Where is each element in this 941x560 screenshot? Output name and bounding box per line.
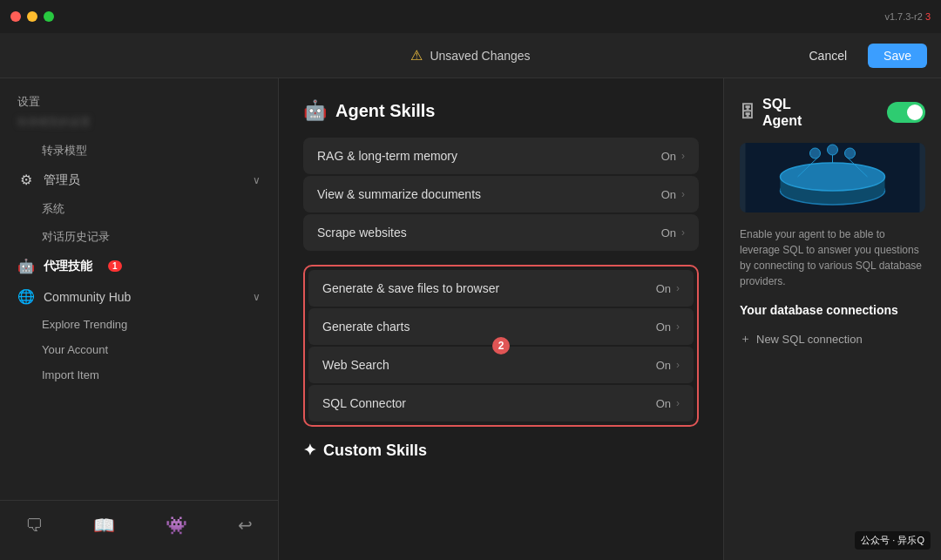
custom-skills-icon: ✦ bbox=[303, 441, 316, 460]
save-button-wrapper: Save bbox=[868, 44, 927, 68]
sql-agent-subtitle: Agent bbox=[762, 112, 802, 129]
traffic-lights bbox=[10, 11, 54, 22]
sidebar-item-agent-skills[interactable]: 🤖 代理技能 1 bbox=[0, 251, 278, 281]
nav-chat-icon[interactable]: 🗨 bbox=[17, 510, 51, 541]
skill-item-rag[interactable]: RAG & long-term memory On › bbox=[303, 138, 699, 174]
sql-agent-title: SQL bbox=[762, 96, 802, 112]
skill-item-view-docs[interactable]: View & summarize documents On › bbox=[303, 176, 699, 213]
close-button[interactable] bbox=[10, 11, 21, 22]
sql-preview bbox=[740, 143, 925, 213]
version-badge: 3 bbox=[925, 11, 931, 22]
topbar: ⚠ Unsaved Changes Cancel Save bbox=[0, 33, 941, 78]
skill-item-scrape[interactable]: Scrape websites On › bbox=[303, 214, 699, 251]
version-label: v1.7.3-r2 3 bbox=[884, 11, 931, 22]
sidebar-item-community-hub[interactable]: 🌐 Community Hub ∨ bbox=[0, 281, 278, 312]
sidebar-item-admin[interactable]: ⚙ 管理员 ∨ bbox=[0, 165, 278, 195]
chevron-right-icon: › bbox=[681, 150, 685, 162]
sidebar-item-system[interactable]: 系统 bbox=[0, 195, 278, 223]
content-area: 🤖 Agent Skills RAG & long-term memory On… bbox=[279, 78, 723, 560]
sidebar-item-import-item[interactable]: Import Item bbox=[0, 362, 278, 388]
db-connections-label: Your database connections bbox=[740, 303, 925, 317]
unsaved-changes-indicator: ⚠ Unsaved Changes bbox=[410, 47, 530, 64]
skill-item-sql-connector[interactable]: SQL Connector On › bbox=[308, 385, 694, 422]
main-layout: 设置 转录模型的设置 转录模型 ⚙ 管理员 ∨ 系统 对话历史记录 🤖 代理技能… bbox=[0, 78, 941, 560]
plus-icon: ＋ bbox=[740, 331, 751, 347]
sidebar-item-your-account[interactable]: Your Account bbox=[0, 337, 278, 362]
cancel-button[interactable]: Cancel bbox=[796, 44, 859, 68]
sidebar-item-transcription[interactable]: 转录模型 bbox=[0, 137, 278, 165]
chevron-right-icon: › bbox=[681, 188, 685, 200]
sql-agent-header: 🗄 SQL Agent bbox=[740, 96, 925, 129]
svg-point-8 bbox=[828, 145, 838, 155]
titlebar: v1.7.3-r2 3 bbox=[0, 0, 941, 33]
nav-discord-icon[interactable]: 👾 bbox=[157, 509, 196, 541]
chevron-down-icon: ∨ bbox=[253, 174, 261, 186]
warning-icon: ⚠ bbox=[410, 47, 423, 64]
skill-list-top: RAG & long-term memory On › View & summa… bbox=[303, 138, 699, 251]
chevron-down-icon-community: ∨ bbox=[253, 291, 261, 303]
sidebar-item-conversation-history[interactable]: 对话历史记录 bbox=[0, 223, 278, 251]
sidebar-bottom-nav: 🗨 📖 👾 ↩ bbox=[0, 500, 278, 550]
new-sql-connection-button[interactable]: ＋ New SQL connection bbox=[740, 331, 925, 347]
sql-agent-toggle[interactable] bbox=[887, 102, 925, 123]
nav-undo-icon[interactable]: ↩ bbox=[229, 509, 261, 541]
svg-point-3 bbox=[781, 163, 885, 191]
custom-skills-title: ✦ Custom Skills bbox=[303, 441, 699, 460]
sql-agent-description: Enable your agent to be able to leverage… bbox=[740, 226, 925, 289]
svg-point-9 bbox=[845, 148, 856, 159]
chevron-right-icon: › bbox=[676, 397, 680, 409]
sql-icon: 🗄 bbox=[740, 104, 755, 122]
svg-point-7 bbox=[810, 148, 821, 159]
agent-skills-badge: 1 bbox=[108, 260, 122, 272]
minimize-button[interactable] bbox=[27, 11, 37, 22]
maximize-button[interactable] bbox=[44, 11, 54, 22]
agent-skills-icon: 🤖 bbox=[17, 258, 35, 274]
sidebar: 设置 转录模型的设置 转录模型 ⚙ 管理员 ∨ 系统 对话历史记录 🤖 代理技能… bbox=[0, 78, 279, 560]
agent-skills-section-icon: 🤖 bbox=[303, 99, 327, 122]
chevron-right-icon: › bbox=[676, 320, 680, 333]
chevron-right-icon: › bbox=[676, 359, 680, 371]
skill-item-generate-files[interactable]: Generate & save files to browser On › bbox=[308, 270, 694, 307]
community-hub-icon: 🌐 bbox=[17, 288, 35, 305]
nav-book-icon[interactable]: 📖 bbox=[85, 509, 124, 541]
unsaved-changes-label: Unsaved Changes bbox=[430, 49, 530, 63]
agent-skills-title: 🤖 Agent Skills bbox=[303, 99, 699, 122]
sidebar-settings-label: 设置 bbox=[0, 89, 278, 113]
right-panel: 🗄 SQL Agent Enable your agent to be a bbox=[723, 78, 941, 560]
group-badge: 2 bbox=[492, 337, 510, 354]
save-button[interactable]: Save bbox=[868, 44, 927, 68]
admin-icon: ⚙ bbox=[17, 172, 35, 188]
chevron-right-icon: › bbox=[676, 282, 680, 294]
sidebar-blurred-text: 转录模型的设置 bbox=[0, 113, 278, 137]
chevron-right-icon: › bbox=[681, 226, 685, 239]
sidebar-item-explore-trending[interactable]: Explore Trending bbox=[0, 312, 278, 337]
topbar-actions: Cancel Save bbox=[796, 44, 927, 68]
